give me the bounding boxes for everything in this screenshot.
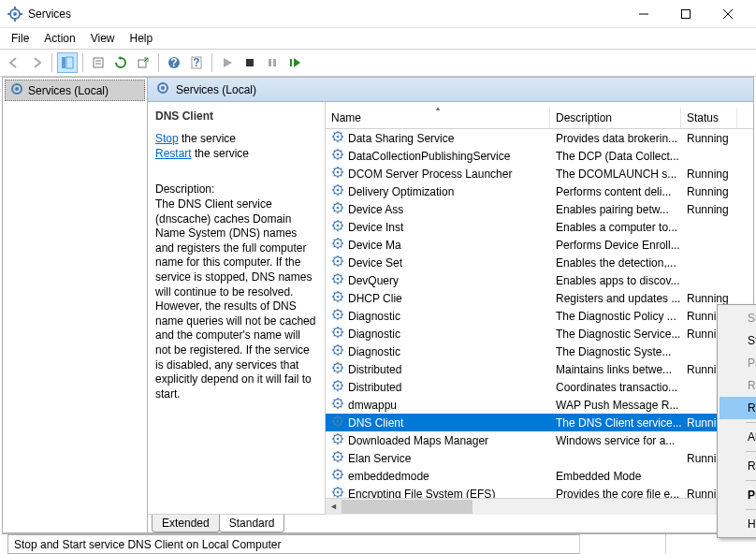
service-name: Elan Service bbox=[348, 452, 411, 465]
gear-icon bbox=[331, 415, 344, 430]
context-stop[interactable]: Stop bbox=[720, 329, 756, 352]
context-pause[interactable]: Pause bbox=[720, 352, 756, 374]
gear-icon bbox=[331, 468, 344, 484]
maximize-button[interactable] bbox=[664, 0, 706, 27]
refresh-button[interactable] bbox=[110, 52, 131, 73]
menu-action[interactable]: Action bbox=[36, 30, 82, 47]
service-name-cell: DHCP Clie bbox=[326, 290, 550, 306]
service-description-cell: Embedded Mode bbox=[550, 470, 681, 483]
context-restart[interactable]: Restart bbox=[720, 397, 756, 419]
main-area: Services (Local) Services (Local) DNS Cl… bbox=[2, 77, 754, 533]
svg-line-107 bbox=[334, 264, 335, 265]
pause-service-button[interactable] bbox=[262, 52, 283, 73]
svg-line-145 bbox=[334, 328, 335, 329]
horizontal-scrollbar[interactable]: ◄ ► bbox=[326, 498, 753, 514]
service-name-cell: Data Sharing Service bbox=[326, 130, 550, 146]
list-pane: ▴ Name Description Status Data Sharing S… bbox=[326, 102, 753, 514]
column-status[interactable]: Status bbox=[681, 108, 737, 128]
service-row[interactable]: DiagnosticThe Diagnostic Service...Runni… bbox=[326, 325, 753, 343]
svg-line-46 bbox=[341, 157, 342, 158]
context-resume[interactable]: Resume bbox=[720, 374, 756, 397]
properties-button[interactable] bbox=[88, 52, 109, 73]
stop-link[interactable]: Stop bbox=[155, 132, 179, 145]
svg-line-135 bbox=[334, 311, 335, 312]
stop-suffix: the service bbox=[179, 132, 236, 145]
start-service-button[interactable] bbox=[217, 52, 238, 73]
context-properties[interactable]: Properties bbox=[720, 484, 756, 506]
service-row[interactable]: embeddedmodeEmbedded Mode bbox=[326, 467, 753, 485]
back-button[interactable] bbox=[4, 52, 24, 73]
scroll-thumb[interactable] bbox=[342, 500, 472, 514]
svg-line-128 bbox=[341, 293, 342, 294]
service-description-cell: Provides the core file e... bbox=[550, 488, 681, 499]
svg-rect-24 bbox=[290, 59, 292, 66]
service-row[interactable]: DistributedCoordinates transactio... bbox=[326, 378, 753, 396]
service-name: Diagnostic bbox=[348, 328, 400, 341]
restart-service-button[interactable] bbox=[284, 52, 305, 73]
help-topics-button[interactable]: ? bbox=[186, 52, 207, 73]
service-status-cell: Running bbox=[681, 132, 737, 145]
export-button[interactable] bbox=[133, 52, 153, 73]
svg-line-38 bbox=[341, 133, 342, 134]
context-all-tasks[interactable]: All Tasks ▶ bbox=[720, 426, 756, 448]
forward-button[interactable] bbox=[26, 52, 47, 73]
service-row[interactable]: dmwappuWAP Push Message R... bbox=[326, 396, 753, 414]
service-row[interactable]: DCOM Server Process LauncherThe DCOMLAUN… bbox=[326, 165, 753, 182]
menu-file[interactable]: File bbox=[4, 30, 36, 47]
service-row[interactable]: DiagnosticThe Diagnostic Policy ...Runni… bbox=[326, 307, 753, 325]
service-row[interactable]: Device InstEnables a computer to... bbox=[326, 218, 753, 236]
service-row[interactable]: DHCP ClieRegisters and updates ...Runnin… bbox=[326, 289, 753, 307]
stop-service-button[interactable] bbox=[240, 52, 260, 73]
service-row[interactable]: Elan ServiceRunning bbox=[326, 449, 753, 467]
service-row[interactable]: Downloaded Maps ManagerWindows service f… bbox=[326, 431, 753, 449]
help-button[interactable]: ? bbox=[164, 52, 184, 73]
service-row[interactable]: Device AssEnables pairing betw...Running bbox=[326, 200, 753, 218]
minimize-button[interactable] bbox=[622, 0, 664, 27]
service-name-cell: DNS Client bbox=[326, 415, 550, 430]
service-name: embeddedmode bbox=[348, 470, 429, 483]
service-name: Data Sharing Service bbox=[348, 132, 454, 145]
service-row[interactable]: DNS ClientThe DNS Client service...Runni… bbox=[326, 414, 753, 431]
context-start[interactable]: Start bbox=[720, 307, 756, 329]
tab-standard[interactable]: Standard bbox=[219, 515, 285, 532]
tree-root-item[interactable]: Services (Local) bbox=[5, 80, 145, 101]
close-button[interactable] bbox=[706, 0, 749, 27]
service-row[interactable]: Device MaPerforms Device Enroll... bbox=[326, 236, 753, 254]
service-row[interactable]: DevQueryEnables apps to discov... bbox=[326, 271, 753, 289]
svg-line-55 bbox=[334, 168, 335, 169]
svg-line-95 bbox=[334, 240, 335, 241]
service-row[interactable]: Delivery OptimizationPerforms content de… bbox=[326, 182, 753, 200]
svg-line-177 bbox=[334, 388, 335, 389]
column-description[interactable]: Description bbox=[550, 108, 681, 128]
restart-link[interactable]: Restart bbox=[155, 147, 192, 160]
service-status-cell: Running bbox=[681, 185, 737, 198]
context-refresh[interactable]: Refresh bbox=[720, 455, 756, 477]
gear-icon bbox=[331, 148, 344, 164]
menu-help[interactable]: Help bbox=[123, 30, 161, 47]
svg-point-160 bbox=[337, 367, 340, 370]
menubar: File Action View Help bbox=[0, 28, 756, 49]
service-row[interactable]: DistributedMaintains links betwe...Runni… bbox=[326, 360, 753, 378]
menu-view[interactable]: View bbox=[83, 30, 123, 47]
service-row[interactable]: DataCollectionPublishingServiceThe DCP (… bbox=[326, 147, 753, 165]
service-row[interactable]: Data Sharing ServiceProvides data broker… bbox=[326, 129, 753, 147]
service-row[interactable]: Device SetEnables the detection,... bbox=[326, 254, 753, 271]
column-name[interactable]: ▴ Name bbox=[326, 108, 550, 128]
context-help[interactable]: Help bbox=[720, 513, 756, 535]
svg-point-200 bbox=[337, 438, 340, 441]
svg-line-205 bbox=[334, 435, 335, 436]
svg-line-156 bbox=[341, 353, 342, 354]
service-description-cell: Performs content deli... bbox=[550, 185, 681, 198]
svg-point-140 bbox=[337, 331, 340, 334]
gear-icon bbox=[331, 343, 344, 359]
svg-line-186 bbox=[341, 406, 342, 407]
service-description-cell: Performs Device Enroll... bbox=[550, 239, 681, 252]
scroll-left-icon[interactable]: ◄ bbox=[326, 499, 342, 515]
tab-extended[interactable]: Extended bbox=[152, 515, 220, 532]
svg-line-147 bbox=[334, 335, 335, 336]
show-hide-tree-button[interactable] bbox=[57, 52, 78, 73]
service-name-cell: Diagnostic bbox=[326, 326, 550, 342]
service-row[interactable]: DiagnosticThe Diagnostic Syste... bbox=[326, 343, 753, 360]
service-description-cell: Coordinates transactio... bbox=[550, 381, 681, 394]
service-row[interactable]: Encrypting File System (EFS)Provides the… bbox=[326, 485, 753, 498]
